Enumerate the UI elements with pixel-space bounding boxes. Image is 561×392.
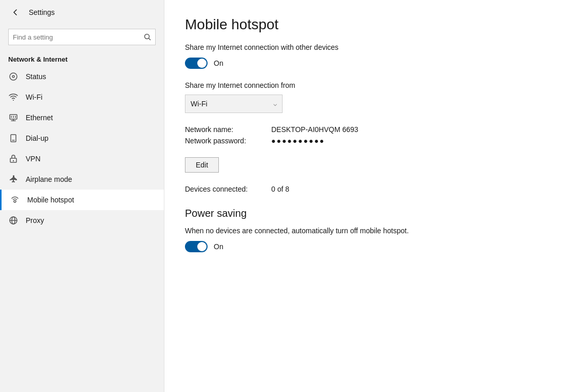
devices-connected-label: Devices connected: (185, 185, 267, 193)
power-saving-title: Power saving (185, 208, 540, 219)
sidebar-item-status-label: Status (26, 72, 46, 81)
devices-connected-value: 0 of 8 (271, 185, 289, 193)
page-title: Mobile hotspot (185, 16, 540, 33)
network-info-grid: Network name: DESKTOP-AI0HVQM 6693 Netwo… (185, 125, 540, 145)
back-button[interactable] (8, 5, 23, 20)
sidebar-item-vpn[interactable]: VPN (0, 148, 164, 169)
search-container (0, 25, 164, 51)
svg-point-0 (145, 34, 149, 39)
dialup-icon (8, 133, 18, 143)
network-name-label: Network name: (185, 125, 267, 134)
svg-line-1 (149, 39, 151, 41)
connection-source-dropdown[interactable]: Wi-Fi ⌵ (185, 95, 283, 113)
proxy-icon (8, 215, 18, 226)
search-input[interactable] (13, 33, 144, 41)
sidebar-item-wifi[interactable]: Wi-Fi (0, 87, 164, 107)
airplane-icon (8, 174, 18, 184)
search-icon-button[interactable] (144, 33, 151, 41)
power-saving-toggle-row: On (185, 241, 540, 252)
network-password-label: Network password: (185, 137, 267, 145)
share-toggle-label: On (214, 59, 223, 67)
power-saving-toggle-label: On (214, 242, 223, 251)
settings-title: Settings (29, 8, 55, 16)
share-toggle[interactable] (185, 58, 208, 69)
sidebar-item-hotspot-label: Mobile hotspot (27, 196, 74, 204)
edit-button[interactable]: Edit (185, 157, 219, 173)
network-password-value: ●●●●●●●●●● (271, 137, 540, 145)
network-name-value: DESKTOP-AI0HVQM 6693 (271, 125, 540, 134)
power-saving-toggle[interactable] (185, 241, 208, 252)
sidebar-item-dialup[interactable]: Dial-up (0, 128, 164, 148)
sidebar-item-hotspot[interactable]: Mobile hotspot (0, 190, 164, 210)
search-box[interactable] (8, 29, 156, 45)
ethernet-icon (8, 113, 18, 123)
share-from-label: Share my Internet connection from (185, 81, 540, 89)
dropdown-value: Wi-Fi (191, 100, 208, 108)
sidebar-item-ethernet-label: Ethernet (26, 114, 53, 122)
sidebar-item-wifi-label: Wi-Fi (26, 93, 43, 101)
dropdown-control[interactable]: Wi-Fi ⌵ (185, 95, 283, 113)
share-internet-label: Share my Internet connection with other … (185, 43, 540, 51)
svg-point-14 (13, 160, 14, 161)
power-saving-desc: When no devices are connected, automatic… (185, 227, 540, 235)
sidebar-item-proxy[interactable]: Proxy (0, 210, 164, 231)
sidebar-header: Settings (0, 0, 164, 25)
section-label: Network & Internet (0, 51, 164, 66)
hotspot-icon (10, 195, 20, 205)
sidebar-item-airplane-label: Airplane mode (26, 175, 72, 183)
sidebar-item-dialup-label: Dial-up (26, 134, 48, 142)
svg-point-15 (14, 200, 16, 202)
sidebar-item-proxy-label: Proxy (26, 216, 44, 225)
sidebar-item-vpn-label: VPN (26, 155, 41, 163)
sidebar-item-ethernet[interactable]: Ethernet (0, 107, 164, 128)
sidebar-item-airplane[interactable]: Airplane mode (0, 169, 164, 190)
vpn-icon (8, 154, 18, 164)
svg-point-3 (12, 76, 14, 78)
sidebar-item-status[interactable]: Status (0, 66, 164, 87)
status-icon (8, 71, 18, 82)
devices-connected-row: Devices connected: 0 of 8 (185, 185, 540, 193)
sidebar: Settings Network & Internet Status (0, 0, 164, 392)
svg-point-4 (13, 100, 14, 101)
share-toggle-row: On (185, 58, 540, 69)
svg-point-2 (10, 73, 17, 80)
wifi-icon (8, 92, 18, 102)
main-content: Mobile hotspot Share my Internet connect… (164, 0, 561, 392)
svg-rect-11 (11, 135, 16, 142)
chevron-down-icon: ⌵ (273, 100, 277, 107)
